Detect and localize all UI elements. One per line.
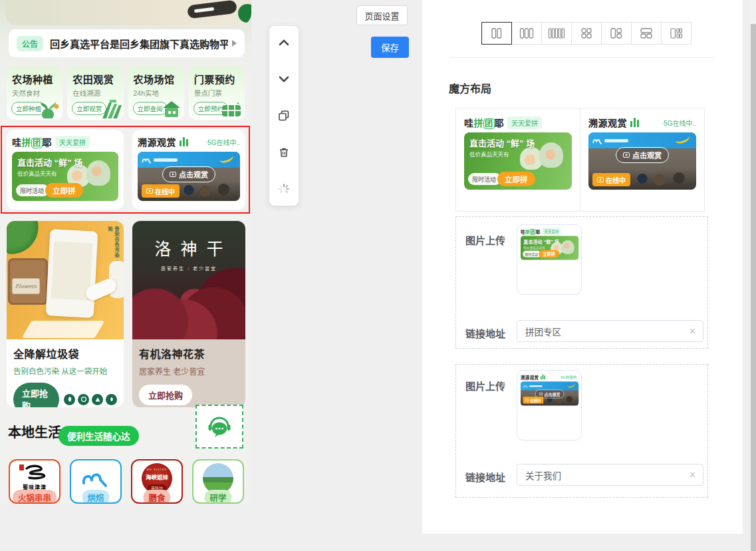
- banner-photo-object: [187, 0, 237, 19]
- seal-stamp-icon: [19, 464, 24, 470]
- category-card-field-viewing[interactable]: 农田观赏 在线溯源 立即观赏: [67, 67, 123, 120]
- limited-time-tag: 限时活动: [16, 184, 49, 196]
- link-address-input-2[interactable]: 关于我们 ✕: [517, 464, 703, 486]
- announcement-bar[interactable]: 公告 回乡真选平台是回乡集团旗下真选购物平…: [9, 29, 245, 57]
- banner-decor: [238, 4, 251, 23]
- page-settings-button[interactable]: 页面设置: [356, 5, 408, 25]
- live-stream-photo: 点击观赏 在线中: [138, 152, 240, 201]
- house-icon: [160, 98, 183, 118]
- cube-layout-preview: 哇拼团耶 天天爱拼 直击活动 “鲜” 场 低价真品天天有 限时活动立即拼 溯源观…: [455, 108, 705, 212]
- shop-label: 烘焙: [82, 490, 109, 504]
- announcement-badge: 公告: [17, 36, 43, 51]
- component-toolbar: [269, 26, 299, 206]
- calligraphy-logo-icon: [20, 463, 49, 482]
- loading-spinner-icon: [277, 182, 291, 196]
- local-shop-study-tour[interactable]: 研学: [192, 459, 244, 504]
- live-status-text: ·5G在线中..: [205, 137, 240, 147]
- group-buy-photo: 直击活动 “鲜” 场 低价真品天天有 限时活动立即拼: [464, 132, 572, 190]
- live-stream-photo: 点击观赏 在线中: [588, 132, 696, 190]
- local-shop-tea-diet[interactable]: WE SISTER 海峡姐妹 茶膳坊 膳食: [131, 459, 183, 504]
- cube-cell-left[interactable]: 哇拼团耶 天天爱拼 直击活动 “鲜” 场 低价真品天天有 限时活动立即拼: [456, 108, 580, 211]
- cube-cell-right[interactable]: 溯源观赏 ·5G在线中.. 点击观赏 在线中: [580, 108, 704, 211]
- layout-option-left-1-right-2[interactable]: [601, 22, 632, 45]
- image-upload-thumbnail-1[interactable]: 哇拼团耶 天天爱拼 直击活动 “鲜” 场 低价真品天天有 限时活动立即拼: [517, 224, 582, 295]
- category-card-ticket-booking[interactable]: 门票预约 景点门票 立即预约: [189, 67, 245, 120]
- shop-label: 研学: [204, 490, 231, 504]
- link-label: 链接地址: [465, 470, 505, 484]
- layout-option-5col[interactable]: [541, 22, 572, 45]
- category-card-farm-planting[interactable]: 农场种植 天然食材 立即种植: [7, 67, 63, 120]
- tile-title: 哇拼团耶: [12, 135, 52, 148]
- shop-label: 火锅串串: [13, 490, 57, 504]
- layout-selector: [482, 22, 692, 45]
- product-card-roselle-tea[interactable]: 洛神干 居家养生 / 老少皆宜 有机洛神花茶 居家养生 老少皆宜 立即抢购: [132, 221, 245, 407]
- signal-bars-icon: [180, 137, 188, 146]
- clear-input-icon[interactable]: ✕: [689, 326, 696, 336]
- tile-title: 溯源观赏: [138, 135, 176, 148]
- product-title: 全降解垃圾袋: [13, 345, 117, 361]
- cube-tile-live-trace[interactable]: 溯源观赏 ·5G在线中.. 点击观赏 在线中: [132, 130, 245, 210]
- top-banner-image[interactable]: [5, 0, 251, 25]
- category-card-row: 农场种植 天然食材 立即种植 农田观赏 在线溯源 立即观赏 农场场馆 24h实地…: [7, 67, 245, 120]
- group-buy-photo: 直击活动 “鲜” 场 低价真品天天有 限时活动 立即拼: [12, 152, 118, 201]
- tv-icon: [146, 188, 153, 194]
- local-life-slogan-badge: 便利生活随心达: [59, 426, 139, 446]
- online-badge: 在线中: [142, 184, 180, 198]
- eco-cert-icons: [64, 394, 117, 405]
- online-badge: 在线中: [592, 173, 630, 186]
- product-subtitle: 居家养生 老少皆宜: [139, 365, 239, 377]
- blue-spiral-logo-icon: [78, 466, 113, 490]
- roselle-photo: 洛神干 居家养生 / 老少皆宜: [132, 221, 245, 339]
- watch-now-button: 点击观赏: [616, 147, 669, 163]
- chevron-right-icon: [232, 40, 237, 47]
- ticket-icon: [219, 100, 243, 118]
- watch-now-button[interactable]: 点击观赏: [162, 166, 215, 182]
- announcement-text: 回乡真选平台是回乡集团旗下真选购物平…: [50, 37, 228, 51]
- delete-button[interactable]: [277, 145, 291, 160]
- image-upload-thumbnail-2[interactable]: 溯源观赏 ·5G在线中.. 点击观赏 在线中: [517, 370, 582, 441]
- shop-label: 膳食: [143, 490, 170, 504]
- clear-input-icon[interactable]: ✕: [689, 470, 696, 480]
- headset-chat-icon: [207, 415, 232, 438]
- upload-label: 图片上传: [465, 379, 505, 393]
- cube-tile-group-buy[interactable]: 哇拼团耶 天天爱拼 直击活动 “鲜” 场 低价真品天天有 限时活动 立即拼: [7, 130, 124, 210]
- layout-option-top-1-bottom-2[interactable]: [631, 22, 662, 45]
- customer-service-widget[interactable]: [195, 405, 243, 449]
- layout-option-3col[interactable]: [511, 22, 542, 45]
- field-rows-icon: [98, 98, 122, 118]
- settings-panel: 魔方布局 哇拼团耶 天天爱拼 直击活动 “鲜” 场 低价真品天天有 限时活动立即…: [422, 0, 743, 534]
- brand-spiral-icon: [142, 156, 151, 164]
- mobile-page-preview: 公告 回乡真选平台是回乡集团旗下真选购物平… 农场种植 天然食材 立即种植 农田…: [0, 0, 251, 504]
- sprout-icon: [39, 98, 61, 118]
- product-title: 有机洛神花茶: [139, 345, 239, 361]
- copy-button[interactable]: [277, 108, 291, 123]
- section-title: 魔方布局: [449, 80, 491, 96]
- move-up-button[interactable]: [277, 35, 291, 50]
- local-shop-bakery[interactable]: 烘焙: [70, 459, 122, 504]
- buy-now-button[interactable]: 立即抢购: [139, 385, 192, 405]
- trash-bag-photo: Flowers 告别白色污染 从这一袋开始: [7, 221, 124, 339]
- move-down-button[interactable]: [277, 72, 291, 87]
- local-shop-hotpot[interactable]: 蜀味津津 火锅串串: [9, 459, 61, 504]
- join-now-button[interactable]: 立即拼: [45, 183, 83, 198]
- local-life-title: 本地生活: [8, 422, 61, 441]
- tile-badge: 天天爱拼: [55, 136, 90, 148]
- layout-option-2col[interactable]: [481, 22, 512, 45]
- upload-label: 图片上传: [465, 233, 505, 247]
- scrollbar-thumb[interactable]: [751, 24, 756, 551]
- buy-now-button[interactable]: 立即抢购: [13, 383, 59, 407]
- layout-option-left-1-right-grid[interactable]: [661, 22, 692, 45]
- save-button[interactable]: 保存: [371, 37, 409, 58]
- divider: [450, 57, 713, 58]
- category-card-farm-venue[interactable]: 农场场馆 24h实地 立即查阅: [128, 67, 184, 120]
- layout-option-grid-2x2[interactable]: [571, 22, 602, 45]
- product-subtitle: 告别白色污染 从这一袋开始: [13, 365, 117, 376]
- link-label: 链接地址: [465, 326, 505, 340]
- signal-bars-icon: [630, 118, 639, 127]
- product-card-trash-bags[interactable]: Flowers 告别白色污染 从这一袋开始 全降解垃圾袋 告别白色污染 从这一袋…: [7, 221, 124, 407]
- tv-icon: [170, 172, 176, 177]
- link-address-input-1[interactable]: 拼团专区 ✕: [517, 320, 703, 342]
